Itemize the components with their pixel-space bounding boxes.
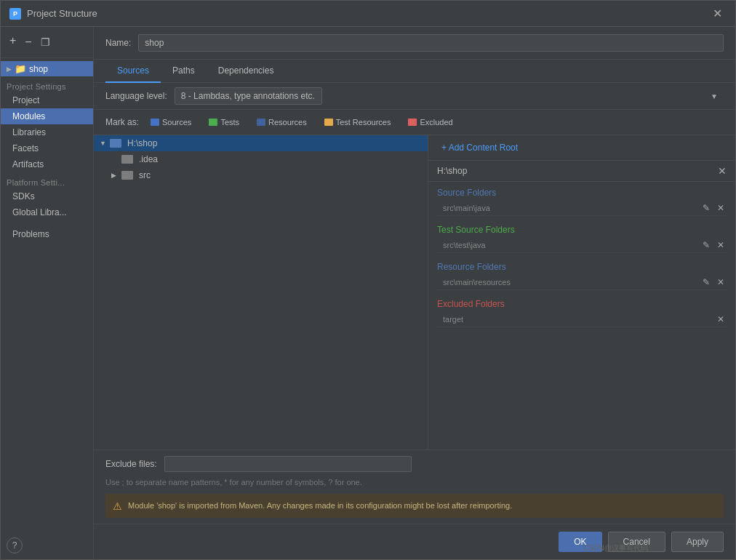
warning-text: Module 'shop' is imported from Maven. An… [128,500,512,512]
title-bar-left: P Project Structure [9,8,97,20]
sidebar-item-modules[interactable]: Modules [1,108,93,124]
language-row: Language level: 8 - Lambdas, type annota… [94,83,735,110]
project-settings-label: Project Settings [1,76,93,92]
add-content-root-button[interactable]: + Add Content Root [437,141,522,154]
footer: OK Cancel Apply [94,524,735,559]
remove-excluded-folder-button[interactable]: ✕ [715,313,727,325]
language-select[interactable]: 8 - Lambdas, type annotations etc. [175,87,322,105]
right-info-panel: + Add Content Root H:\shop ✕ Source Fold… [428,135,735,449]
excluded-folder-entry-0: target ✕ [437,312,727,327]
test-source-folder-path-0: src\test\java [443,241,700,249]
folder-icon-src [121,171,133,180]
help-button[interactable]: ? [7,537,23,553]
main-content: + − ❐ ▶ 📁 shop Project Settings Project … [1,27,735,559]
mark-tests-label: Tests [220,118,239,127]
tree-arrow-src: ▶ [111,172,119,179]
project-structure-dialog: P Project Structure ✕ + − ❐ ▶ 📁 shop Pro… [0,0,736,560]
bottom-section: Exclude files: Use ; to separate name pa… [94,449,735,524]
tree-arrow: ▶ [7,65,12,73]
excluded-folders-title: Excluded Folders [437,299,727,309]
edit-source-folder-button[interactable]: ✎ [700,202,712,214]
mark-test-resources-button[interactable]: Test Resources [319,116,397,129]
dialog-close-button[interactable]: ✕ [708,5,727,22]
sources-dot [151,119,159,126]
mark-as-bar: Mark as: Sources Tests Resources Test Re… [94,110,735,135]
sidebar-item-global-libraries[interactable]: Global Libra... [1,204,93,220]
sidebar-item-project[interactable]: Project [1,92,93,108]
language-select-arrow: ▼ [711,92,718,100]
language-label: Language level: [105,91,167,101]
tab-dependencies[interactable]: Dependencies [207,60,286,83]
mark-test-resources-label: Test Resources [336,118,391,127]
sidebar-item-facets[interactable]: Facets [1,140,93,156]
mark-resources-button[interactable]: Resources [251,116,313,129]
folder-icon: 📁 [15,63,26,74]
warning-icon: ⚠ [113,500,122,512]
sidebar-item-problems[interactable]: Problems [1,226,93,242]
edit-test-source-folder-button[interactable]: ✎ [700,239,712,251]
folder-icon-idea [121,155,133,164]
platform-settings-label: Platform Setti... [1,172,93,188]
mark-tests-button[interactable]: Tests [203,116,245,129]
mark-sources-button[interactable]: Sources [145,116,197,129]
exclude-hint: Use ; to separate name patterns, * for a… [105,476,724,491]
tree-item-idea[interactable]: .idea [94,151,428,167]
excluded-folder-actions-0: ✕ [715,313,727,325]
source-folders-section: Source Folders src\main\java ✎ ✕ [428,182,735,219]
remove-module-button[interactable]: − [22,34,34,50]
name-input[interactable] [138,34,724,52]
file-tree-panel: ▼ H:\shop .idea ▶ src [94,135,428,449]
add-module-button[interactable]: + [7,33,19,49]
sidebar-module-name: shop [29,64,48,74]
mark-sources-label: Sources [162,118,191,127]
sidebar-item-artifacts[interactable]: Artifacts [1,156,93,172]
source-folder-entry-0: src\main\java ✎ ✕ [437,201,727,216]
right-header: + Add Content Root [428,135,735,161]
mark-excluded-label: Excluded [420,118,452,127]
apply-button[interactable]: Apply [671,532,724,552]
resource-folder-actions-0: ✎ ✕ [700,276,727,288]
resources-dot [257,119,265,126]
tree-item-src[interactable]: ▶ src [94,167,428,183]
exclude-files-label: Exclude files: [105,459,157,469]
edit-resource-folder-button[interactable]: ✎ [700,276,712,288]
remove-resource-folder-button[interactable]: ✕ [715,276,727,288]
language-select-wrapper: 8 - Lambdas, type annotations etc. ▼ [175,87,724,105]
sidebar-item-libraries[interactable]: Libraries [1,124,93,140]
sidebar: + − ❐ ▶ 📁 shop Project Settings Project … [1,27,94,559]
excluded-dot [408,119,417,126]
source-folder-actions-0: ✎ ✕ [700,202,727,214]
name-label: Name: [105,38,131,48]
sidebar-tree-shop[interactable]: ▶ 📁 shop [1,61,93,76]
tab-paths[interactable]: Paths [161,60,207,83]
tab-sources[interactable]: Sources [105,60,161,83]
resource-folders-section: Resource Folders src\main\resources ✎ ✕ [428,256,735,293]
tabs-bar: Sources Paths Dependencies [94,60,735,83]
source-folders-title: Source Folders [437,188,727,198]
warning-row: ⚠ Module 'shop' is imported from Maven. … [105,494,724,518]
close-panel-button[interactable]: ✕ [718,165,727,177]
tree-item-hshop[interactable]: ▼ H:\shop [94,135,428,151]
remove-test-source-folder-button[interactable]: ✕ [715,239,727,251]
excluded-folder-path-0: target [443,315,715,324]
test-source-folder-actions-0: ✎ ✕ [700,239,727,251]
test-source-folder-entry-0: src\test\java ✎ ✕ [437,238,727,253]
source-folder-path-0: src\main\java [443,204,700,212]
excluded-folders-section: Excluded Folders target ✕ [428,293,735,330]
split-panel: ▼ H:\shop .idea ▶ src [94,135,735,449]
content-area: Name: Sources Paths Dependencies Languag… [94,27,735,559]
resource-folder-entry-0: src\main\resources ✎ ✕ [437,275,727,290]
mark-excluded-button[interactable]: Excluded [402,116,458,129]
copy-module-button[interactable]: ❐ [38,35,53,49]
tree-label-idea: .idea [139,154,158,164]
sidebar-item-sdks[interactable]: SDKs [1,188,93,204]
exclude-files-input[interactable] [164,456,412,472]
tests-dot [209,119,217,126]
remove-source-folder-button[interactable]: ✕ [715,202,727,214]
resource-folder-path-0: src\main\resources [443,278,700,287]
sidebar-toolbar: + − ❐ [1,30,93,58]
mark-as-label: Mark as: [105,117,139,127]
test-source-folders-section: Test Source Folders src\test\java ✎ ✕ [428,219,735,256]
mark-resources-label: Resources [268,118,307,127]
tree-arrow-hshop: ▼ [100,140,107,147]
